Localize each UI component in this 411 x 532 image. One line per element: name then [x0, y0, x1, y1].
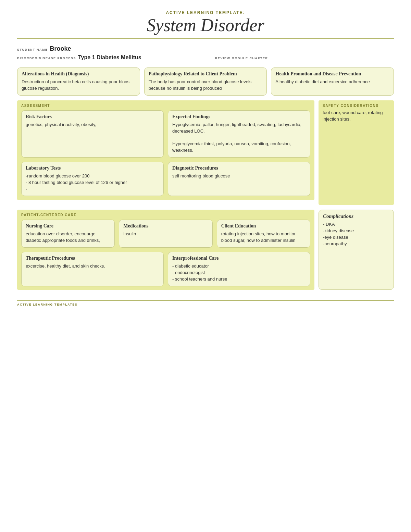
- assessment-wrapper: Assessment Risk Factors genetics, physic…: [17, 100, 314, 200]
- risk-factors-body: genetics, physical inactivity, obesity,: [26, 122, 159, 128]
- safety-title: Safety Considerations: [323, 104, 390, 108]
- assessment-top-row: Risk Factors genetics, physical inactivi…: [21, 110, 310, 158]
- alterations-body: Destruction of pancreatic beta cells cau…: [22, 79, 136, 92]
- alterations-title: Alterations in Health (Diagnosis): [22, 71, 136, 77]
- student-name-row: Student Name Brooke: [17, 45, 394, 53]
- patient-section: Patient-Centered Care Nursing Care educa…: [17, 210, 394, 289]
- disorder-row: Disorder/Disease Process Type 1 Diabetes…: [17, 54, 394, 61]
- therapeutic-card: Therapeutic Procedures excercise, health…: [21, 252, 164, 286]
- diagnostic-card: Diagnostic Procedures self monitoring bl…: [168, 162, 310, 196]
- pathophysiology-card: Pathophysiology Related to Client Proble…: [144, 67, 267, 96]
- assessment-section: Assessment Risk Factors genetics, physic…: [17, 100, 394, 205]
- top-cards-section: Alterations in Health (Diagnosis) Destru…: [17, 67, 394, 96]
- nursing-care-card: Nursing Care education over disorder, en…: [21, 220, 115, 248]
- complications-card: Complications - DKA -kidney disease -eye…: [319, 210, 394, 289]
- lab-tests-card: Laboratory Tests -random blood glucose o…: [21, 162, 164, 196]
- expected-findings-body: Hypoglycemia: pallor, hunger, lightheade…: [172, 122, 306, 154]
- review-value: [270, 59, 304, 59]
- page-footer: Active Learning Templates: [17, 300, 394, 306]
- expected-findings-title: Expected Findings: [172, 114, 306, 120]
- interprofessional-body: - diabetic educator - endocrinologist - …: [172, 263, 306, 283]
- interprofessional-card: Interprofessional Care - diabetic educat…: [168, 252, 310, 286]
- patient-care-label: Patient-Centered Care: [21, 213, 310, 217]
- patient-care-wrapper: Patient-Centered Care Nursing Care educa…: [17, 210, 314, 289]
- safety-body: foot care, wound care, rotating injectio…: [323, 110, 390, 123]
- therapeutic-title: Therapeutic Procedures: [26, 256, 159, 261]
- lab-tests-title: Laboratory Tests: [26, 165, 159, 171]
- medications-title: Medications: [123, 223, 208, 229]
- nursing-care-body: education over disorder, encouarge diabe…: [26, 231, 110, 244]
- alterations-card: Alterations in Health (Diagnosis) Destru…: [17, 67, 140, 96]
- client-education-title: Client Education: [221, 223, 306, 229]
- diagnostic-body: self monitoring blood glucose: [172, 173, 306, 180]
- student-info-section: Student Name Brooke Disorder/Disease Pro…: [17, 45, 394, 61]
- pathophysiology-title: Pathophysiology Related to Client Proble…: [149, 71, 263, 77]
- lab-tests-body: -random blood glucose over 200 - 8 hour …: [26, 173, 159, 193]
- assessment-bottom-row: Laboratory Tests -random blood glucose o…: [21, 162, 310, 196]
- medications-body: insulin: [123, 231, 208, 237]
- student-name-value: Brooke: [50, 45, 112, 53]
- complications-title: Complications: [323, 213, 389, 219]
- page-header: Active Learning Template: System Disorde…: [17, 10, 394, 39]
- assessment-section-label: Assessment: [21, 104, 310, 108]
- nursing-care-title: Nursing Care: [26, 223, 110, 229]
- disorder-value: Type 1 Diabetes Mellitus: [78, 54, 201, 61]
- health-promotion-body: A healthy diabetic diet and excersice ad…: [275, 79, 389, 85]
- health-promotion-card: Health Promotion and Disease Prevention …: [271, 67, 394, 96]
- client-education-body: rotating injection sites, how to monitor…: [221, 231, 306, 244]
- risk-factors-title: Risk Factors: [26, 114, 159, 120]
- template-label: Active Learning Template:: [17, 10, 394, 15]
- client-education-card: Client Education rotating injection site…: [217, 220, 310, 248]
- patient-top-row: Nursing Care education over disorder, en…: [21, 220, 310, 248]
- therapeutic-body: excercise, healthy diet, and skin checks…: [26, 263, 159, 270]
- interprofessional-title: Interprofessional Care: [172, 256, 306, 261]
- disorder-label: Disorder/Disease Process: [17, 57, 76, 60]
- student-name-label: Student Name: [17, 48, 48, 51]
- complications-body: - DKA -kidney disease -eye disease -neur…: [323, 221, 389, 247]
- expected-findings-card: Expected Findings Hypoglycemia: pallor, …: [168, 110, 310, 158]
- review-label: Review Module Chapter: [215, 57, 268, 60]
- patient-bottom-row: Therapeutic Procedures excercise, health…: [21, 252, 310, 286]
- health-promotion-title: Health Promotion and Disease Prevention: [275, 71, 389, 77]
- page-title: System Disorder: [17, 15, 394, 35]
- footer-label: Active Learning Templates: [17, 303, 77, 306]
- risk-factors-card: Risk Factors genetics, physical inactivi…: [21, 110, 164, 158]
- diagnostic-title: Diagnostic Procedures: [172, 165, 306, 171]
- safety-card: Safety Considerations foot care, wound c…: [319, 100, 394, 205]
- medications-card: Medications insulin: [119, 220, 212, 248]
- pathophysiology-body: The body has poor control over blood glu…: [149, 79, 263, 92]
